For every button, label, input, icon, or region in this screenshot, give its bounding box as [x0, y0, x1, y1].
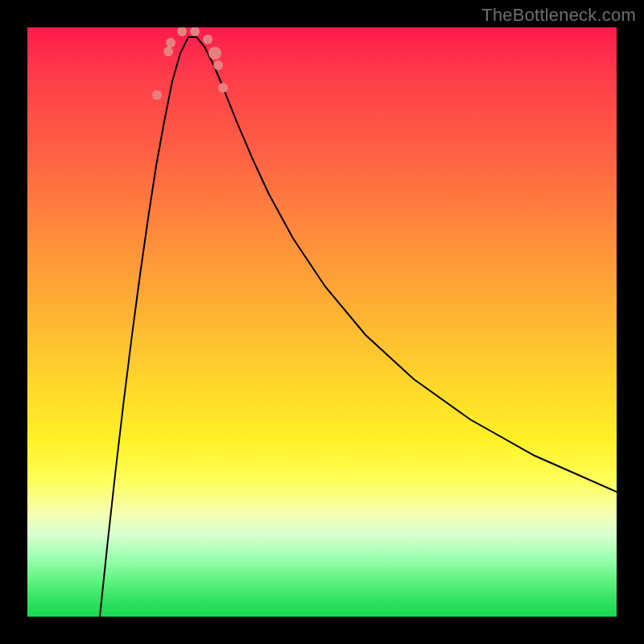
curve-marker — [166, 38, 175, 47]
curve-marker — [218, 83, 228, 93]
curve-marker — [190, 27, 200, 36]
curve-marker — [163, 47, 173, 56]
curve-layer — [27, 27, 617, 617]
plot-area — [27, 27, 617, 617]
curve-marker — [213, 60, 223, 70]
curve-marker — [203, 35, 213, 44]
watermark-text: TheBottleneck.com — [481, 5, 636, 26]
curve-path — [100, 37, 617, 617]
curve-marker — [177, 27, 187, 36]
curve-marker — [208, 47, 221, 60]
bottleneck-curve — [100, 37, 617, 617]
curve-markers — [152, 27, 228, 100]
chart-frame: TheBottleneck.com — [0, 0, 644, 644]
curve-marker — [152, 90, 162, 100]
